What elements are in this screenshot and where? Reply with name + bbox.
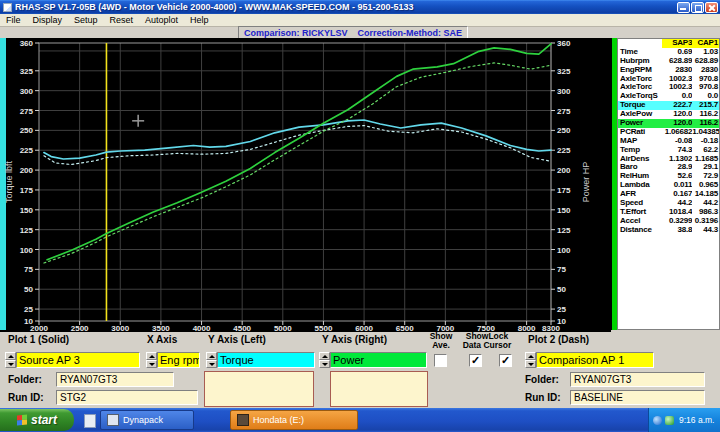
left-runid-input[interactable]: STG2 <box>56 390 198 405</box>
down-arrow-icon <box>149 363 155 366</box>
table-row: Speed44.244.2 <box>618 199 719 208</box>
up-arrow-icon <box>8 355 14 358</box>
plot1-select[interactable]: Source AP 3 <box>16 352 140 368</box>
table-row: AirDens1.13021.1685 <box>618 155 719 164</box>
task-label: Hondata (E:) <box>253 415 304 425</box>
table-row: AxleTorc1002.3970.8 <box>618 83 719 92</box>
menu-setup[interactable]: Setup <box>68 15 104 25</box>
svg-text:25: 25 <box>557 305 566 314</box>
svg-text:250: 250 <box>557 126 571 135</box>
start-button[interactable]: start <box>0 409 74 431</box>
right-runid-label: Run ID: <box>525 392 561 403</box>
taskbar-item-dynapack[interactable]: Dynapack <box>100 410 194 430</box>
plot1-spinner[interactable] <box>5 352 16 368</box>
plot2-select[interactable]: Comparison AP 1 <box>536 352 654 368</box>
svg-text:4500: 4500 <box>233 324 251 332</box>
chart-area[interactable]: 3603253002752502252001751501251007550251… <box>0 38 611 332</box>
info-box-right <box>330 371 428 407</box>
svg-text:325: 325 <box>20 67 34 76</box>
menu-reset[interactable]: Reset <box>104 15 140 25</box>
table-row: T.Effort1018.4986.3 <box>618 208 719 217</box>
svg-text:250: 250 <box>20 126 34 135</box>
windows-flag-icon <box>17 414 27 425</box>
plot2-spinner[interactable] <box>525 352 536 368</box>
table-row: Hubrpm628.89628.89 <box>618 57 719 66</box>
svg-text:2000: 2000 <box>30 324 48 332</box>
xaxis-label: X Axis <box>147 334 177 345</box>
svg-text:300: 300 <box>557 87 571 96</box>
down-arrow-icon <box>8 363 14 366</box>
svg-text:3500: 3500 <box>152 324 170 332</box>
data-table: SAP3CAP1Time0.691.03Hubrpm628.89628.89En… <box>617 38 720 330</box>
table-row: Distance38.844.3 <box>618 226 719 235</box>
svg-text:2500: 2500 <box>71 324 89 332</box>
svg-text:300: 300 <box>20 87 34 96</box>
down-arrow-icon <box>528 363 534 366</box>
svg-text:5000: 5000 <box>274 324 292 332</box>
tray-network-icon[interactable] <box>653 416 662 425</box>
svg-text:150: 150 <box>557 206 571 215</box>
up-arrow-icon <box>209 355 215 358</box>
menu-autoplot[interactable]: Autoplot <box>139 15 184 25</box>
yright-select[interactable]: Power <box>330 352 427 368</box>
table-row: AxleTorqS0.00.0 <box>618 92 719 101</box>
svg-text:75: 75 <box>557 265 566 274</box>
right-folder-input[interactable]: RYAN07GT3 <box>570 372 705 387</box>
table-row: PCRati1.066821.04385 <box>618 128 719 137</box>
y-right-axis-title: Power HP <box>581 162 591 203</box>
taskbar-item-hondata[interactable]: Hondata (E:) <box>230 410 358 430</box>
left-runid-label: Run ID: <box>8 392 44 403</box>
yleft-label: Y Axis (Left) <box>208 334 266 345</box>
menu-file[interactable]: File <box>0 15 27 25</box>
show-ave-checkbox[interactable] <box>434 354 447 367</box>
xaxis-select[interactable]: Eng rpm <box>157 352 200 368</box>
table-row: AFR0.16714.185 <box>618 190 719 199</box>
table-row: RelHum52.672.9 <box>618 172 719 181</box>
yright-spinner[interactable] <box>319 352 330 368</box>
tray-status-icon[interactable] <box>665 416 674 425</box>
svg-text:5500: 5500 <box>315 324 333 332</box>
dyno-chart[interactable]: 3603253002752502252001751501251007550251… <box>0 38 611 332</box>
left-folder-input[interactable]: RYAN07GT3 <box>56 372 174 387</box>
svg-text:200: 200 <box>557 166 571 175</box>
svg-text:225: 225 <box>20 146 34 155</box>
yleft-spinner[interactable] <box>206 352 217 368</box>
svg-text:275: 275 <box>557 107 571 116</box>
yleft-select[interactable]: Torque <box>217 352 315 368</box>
close-button[interactable] <box>705 2 718 13</box>
svg-text:4000: 4000 <box>193 324 211 332</box>
hondata-icon <box>237 414 249 426</box>
table-row: Torque222.7215.7 <box>618 101 719 110</box>
menu-help[interactable]: Help <box>184 15 215 25</box>
dynapack-icon <box>107 414 119 426</box>
svg-text:125: 125 <box>20 226 34 235</box>
table-row: Temp74.362.2 <box>618 146 719 155</box>
window-title: RHAS-SP V1.7-05B (4WD - Motor Vehicle 20… <box>15 2 413 12</box>
svg-text:360: 360 <box>557 39 571 48</box>
quick-launch-icon[interactable] <box>84 414 96 428</box>
show-data-checkbox[interactable]: ✓ <box>469 354 482 367</box>
up-arrow-icon <box>322 355 328 358</box>
clock: 9:16 a.m. <box>679 415 714 425</box>
menu-display[interactable]: Display <box>27 15 69 25</box>
right-runid-input[interactable]: BASELINE <box>570 390 705 405</box>
svg-text:6500: 6500 <box>396 324 414 332</box>
table-row: Time0.691.03 <box>618 48 719 57</box>
taskbar: start Dynapack Hondata (E:) 9:16 a.m. <box>0 408 720 432</box>
table-row: Baro28.929.1 <box>618 163 719 172</box>
svg-text:325: 325 <box>557 67 571 76</box>
svg-text:50: 50 <box>557 285 566 294</box>
restore-button[interactable] <box>691 2 704 13</box>
lock-cursor-checkbox[interactable]: ✓ <box>499 354 512 367</box>
xaxis-spinner[interactable] <box>146 352 157 368</box>
table-row: Power120.0116.2 <box>618 119 719 128</box>
down-arrow-icon <box>209 363 215 366</box>
system-tray: 9:16 a.m. <box>648 408 720 432</box>
table-row: AxleTorc1002.3970.8 <box>618 75 719 84</box>
table-row: Accel0.32990.3196 <box>618 217 719 226</box>
minimize-button[interactable] <box>677 2 690 13</box>
svg-text:100: 100 <box>557 246 571 255</box>
svg-text:275: 275 <box>20 107 34 116</box>
yright-label: Y Axis (Right) <box>322 334 387 345</box>
plot1-label: Plot 1 (Solid) <box>8 334 69 345</box>
